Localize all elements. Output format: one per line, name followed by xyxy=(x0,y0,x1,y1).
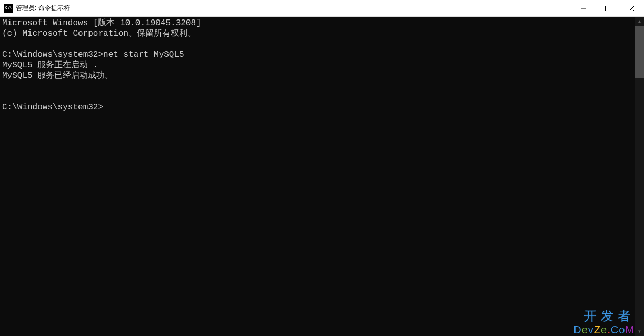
window-controls xyxy=(571,0,644,16)
scrollbar-down-button[interactable]: ▼ xyxy=(635,327,644,336)
terminal-line: MySQL5 服务已经启动成功。 xyxy=(2,71,113,80)
terminal-output[interactable]: Microsoft Windows [版本 10.0.19045.3208] (… xyxy=(0,17,635,336)
scrollbar[interactable]: ▲ ▼ xyxy=(635,17,644,336)
scrollbar-thumb[interactable] xyxy=(635,26,644,78)
maximize-button[interactable] xyxy=(596,0,620,16)
minimize-icon xyxy=(581,6,586,11)
maximize-icon xyxy=(605,6,610,11)
window-title: 管理员: 命令提示符 xyxy=(16,4,571,13)
svg-rect-1 xyxy=(606,6,610,11)
terminal-line: (c) Microsoft Corporation。保留所有权利。 xyxy=(2,29,196,38)
terminal-line: C:\Windows\system32> xyxy=(2,103,103,112)
close-button[interactable] xyxy=(620,0,644,16)
terminal-line: Microsoft Windows [版本 10.0.19045.3208] xyxy=(2,18,201,28)
titlebar: 管理员: 命令提示符 xyxy=(0,0,644,17)
scrollbar-up-button[interactable]: ▲ xyxy=(635,17,644,26)
terminal: Microsoft Windows [版本 10.0.19045.3208] (… xyxy=(0,17,644,336)
terminal-line: MySQL5 服务正在启动 . xyxy=(2,60,98,70)
minimize-button[interactable] xyxy=(571,0,596,16)
close-icon xyxy=(629,6,635,11)
cmd-icon xyxy=(4,4,13,13)
terminal-line: C:\Windows\system32>net start MySQL5 xyxy=(2,50,184,59)
